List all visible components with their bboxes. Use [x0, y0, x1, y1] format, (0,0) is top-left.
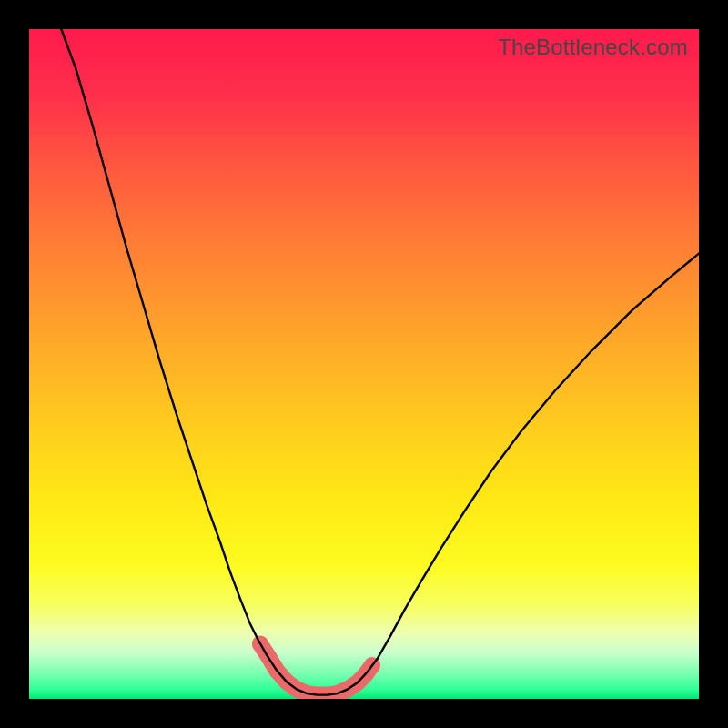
optimal-zone-markers: [252, 636, 380, 695]
curve-layer: [29, 29, 699, 699]
bottleneck-curve: [61, 29, 699, 695]
chart-stage: TheBottleneck.com: [0, 0, 728, 728]
plot-area: TheBottleneck.com: [29, 29, 699, 699]
